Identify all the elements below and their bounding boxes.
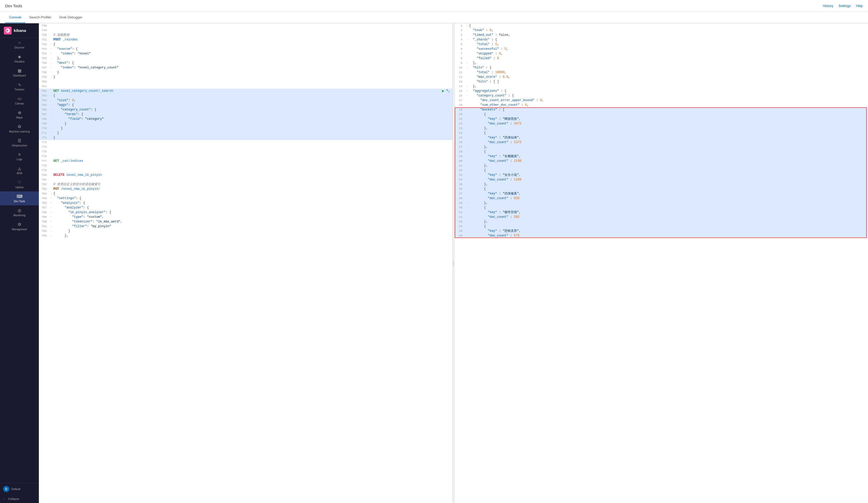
editor-line-776[interactable]: 776 (39, 154, 452, 159)
editor-line-772[interactable]: 772-} (39, 135, 452, 140)
editor-line-785[interactable]: 785- "settings": { (39, 196, 452, 201)
line-content: # 使用自定义拼音分析器创建索引 (53, 182, 451, 187)
line-number: 764 (40, 98, 49, 103)
editor-line-758[interactable]: 758- } (39, 70, 452, 75)
editor-line-754[interactable]: 754- "index": "novel" (39, 51, 452, 56)
editor-line-784[interactable]: 784-{ (39, 191, 452, 196)
tabs-bar: Console Search Profiler Grok Debugger (0, 12, 868, 23)
line-content: } (53, 126, 451, 131)
line-gutter: - (49, 56, 53, 61)
sidebar-item-logs[interactable]: ≡ Logs (0, 150, 39, 163)
sidebar-item-monitoring[interactable]: ◎ Monitoring (0, 205, 39, 219)
editor-line-788[interactable]: 788- "ik_pinyin_analyzer": { (39, 210, 452, 215)
editor-line-764[interactable]: 764- "size": 0, (39, 98, 452, 103)
editor-line-751[interactable]: 751POST _reindex (39, 37, 452, 42)
editor-line-765[interactable]: 765- "aggs": { (39, 103, 452, 107)
line-number: 750 (40, 33, 49, 37)
collapse-button[interactable]: ← Collapse (0, 495, 39, 503)
sidebar-item-maps[interactable]: ⊕ Maps (0, 108, 39, 122)
editor-line-779[interactable]: 779 (39, 168, 452, 173)
editor-line-760[interactable]: 760 (39, 79, 452, 84)
devtools-icon: ⌨ (17, 194, 22, 199)
editor-line-773[interactable]: 773 (39, 140, 452, 145)
sidebar-item-management[interactable]: ⚙ Management (0, 219, 39, 233)
editor-line-775[interactable]: 775 (39, 149, 452, 154)
editor-line-781[interactable]: 781 (39, 177, 452, 182)
sidebar-item-infrastructure[interactable]: ☰ Infrastructure (0, 135, 39, 150)
editor-line-762[interactable]: 762GET novel_category_count/_search▶🔧 (39, 89, 452, 93)
tab-grok-debugger[interactable]: Grok Debugger (55, 12, 86, 23)
result-content[interactable]: 1-{2 "took" : 0,3 "timed_out" : false,4-… (455, 23, 868, 503)
tab-search-profiler[interactable]: Search Profiler (25, 12, 55, 23)
line-number: 792 (40, 229, 49, 233)
editor-line-793[interactable]: 793- }, (39, 233, 452, 238)
apm-icon: ◬ (18, 166, 21, 171)
sidebar-item-uptime[interactable]: ♡ Uptime (0, 177, 39, 191)
line-number: 768 (40, 117, 49, 121)
editor-line-782[interactable]: 782# 使用自定义拼音分析器创建索引 (39, 182, 452, 187)
editor-line-753[interactable]: 753- "source": { (39, 47, 452, 51)
sidebar-logo[interactable]: kibana (0, 23, 39, 38)
settings-link[interactable]: Settings (838, 4, 851, 8)
sidebar-item-visualize[interactable]: ◈ Visualize (0, 52, 39, 66)
editor-line-770[interactable]: 770- } (39, 126, 452, 131)
editor-line-766[interactable]: 766- "category_count": { (39, 107, 452, 112)
divider-dot-1 (453, 261, 454, 262)
editor-line-749[interactable]: 749 (39, 28, 452, 33)
editor-line-761[interactable]: 761 (39, 84, 452, 89)
tab-console[interactable]: Console (5, 12, 25, 23)
line-content: "terms": { (53, 112, 451, 117)
editor-line-755[interactable]: 755- }, (39, 56, 452, 61)
editor-line-778[interactable]: 778 (39, 163, 452, 168)
line-gutter: - (49, 98, 53, 103)
editor-line-787[interactable]: 787- "analyzer": { (39, 205, 452, 210)
editor-line-763[interactable]: 763-{ (39, 93, 452, 98)
editor-line-783[interactable]: 783PUT /novel_new_ik_pinyin/ (39, 187, 452, 191)
result-line-43: 43- }, (455, 219, 868, 224)
editor-line-790[interactable]: 790- "tokenizer": "ik_max_word", (39, 219, 452, 224)
wrench-icon[interactable]: 🔧 (446, 89, 450, 93)
editor-line-771[interactable]: 771- } (39, 131, 452, 135)
editor-line-791[interactable]: 791- "filter": "my_pinyin" (39, 224, 452, 229)
editor-line-759[interactable]: 759-} (39, 75, 452, 79)
sidebar-item-devtools[interactable]: ⌨ Dev Tools (0, 191, 39, 205)
history-link[interactable]: History (823, 4, 833, 8)
sidebar-item-apm[interactable]: ◬ APM (0, 163, 39, 177)
editor-line-768[interactable]: 768- "field": "category" (39, 117, 452, 121)
sidebar-item-ml[interactable]: ⚙ Machine Learning (0, 122, 39, 135)
editor-line-767[interactable]: 767- "terms": { (39, 112, 452, 117)
editor-line-756[interactable]: 756- "dest": { (39, 61, 452, 66)
help-link[interactable]: Help (856, 4, 863, 8)
line-number: 785 (40, 196, 49, 201)
sidebar-item-label: Monitoring (13, 214, 25, 217)
editor-line-780[interactable]: 780DELETE novel_new_ik_pinyin (39, 173, 452, 177)
line-number: 771 (40, 131, 49, 135)
editor-line-757[interactable]: 757- "index": "novel_category_count" (39, 66, 452, 70)
result-line-16: 16- "category_count" : { (455, 93, 868, 98)
editor-line-792[interactable]: 792- } (39, 229, 452, 233)
sidebar-item-dashboard[interactable]: ▦ Dashboard (0, 66, 39, 80)
editor-line-769[interactable]: 769- } (39, 121, 452, 126)
sidebar-item-discover[interactable]: ○ Discover (0, 38, 39, 52)
editor-line-777[interactable]: 777GET _cat/indices (39, 159, 452, 163)
editor-line-789[interactable]: 789- "type": "custom", (39, 215, 452, 219)
editor-line-774[interactable]: 774 (39, 145, 452, 149)
line-number: 784 (40, 191, 49, 196)
sidebar-item-timelion[interactable]: ∿ Timelion (0, 80, 39, 93)
sidebar-item-canvas[interactable]: ▭ Canvas (0, 93, 39, 108)
editor-content[interactable]: 748749750# 加载数据751POST _reindex752-{753-… (39, 23, 452, 503)
line-gutter: - (49, 51, 53, 56)
pane-divider[interactable] (453, 23, 455, 503)
line-gutter: - (49, 126, 53, 131)
line-number: 762 (40, 89, 49, 93)
editor-line-786[interactable]: 786- "analysis": { (39, 201, 452, 205)
sidebar-user[interactable]: D Default (0, 483, 39, 495)
run-icon[interactable]: ▶ (442, 89, 444, 93)
editor-line-750[interactable]: 750# 加载数据 (39, 33, 452, 37)
editor-pane: 748749750# 加载数据751POST _reindex752-{753-… (39, 23, 453, 503)
editor-line-748[interactable]: 748 (39, 23, 452, 28)
line-number: 756 (40, 61, 49, 66)
result-line-44: 44- { (455, 224, 868, 229)
editor-line-752[interactable]: 752-{ (39, 42, 452, 47)
line-number: 787 (40, 205, 49, 210)
